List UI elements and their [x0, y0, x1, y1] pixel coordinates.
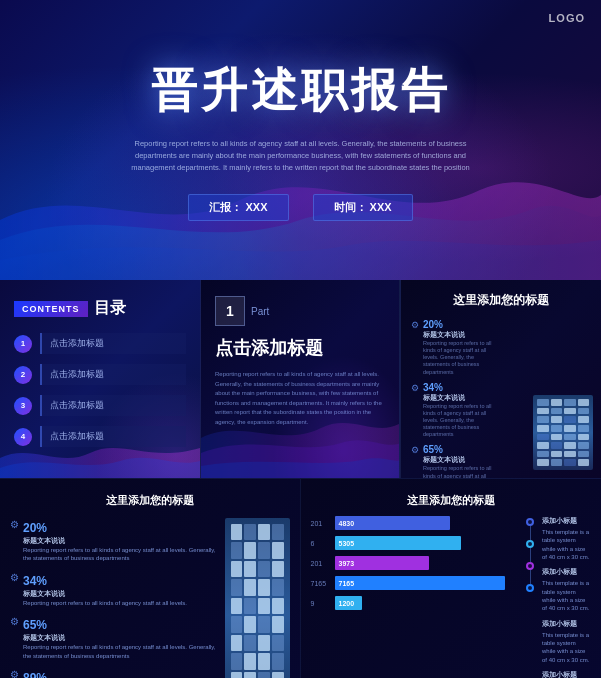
timeline-line: [530, 548, 531, 562]
building-image: [533, 395, 593, 470]
chart-year: 6: [311, 540, 331, 547]
bl-stat-item: ⚙ 89% 标题文本说说 Reporting report refers to …: [10, 668, 217, 678]
stat-icon: ⚙: [411, 383, 419, 393]
chart-bar-value: 7165: [339, 580, 355, 587]
stat-desc: Reporting report refers to all kinds of …: [423, 403, 498, 439]
chart-right-side: 添加小标题 This template is a table system wh…: [526, 516, 591, 678]
stat-item: ⚙ 20% 标题文本说说 Reporting report refers to …: [411, 319, 591, 376]
contents-items: 1 点击添加标题 2 点击添加标题 3 点击添加标题 4 点击添加标题: [0, 329, 200, 451]
legend-item: 添加小标题 This template is a table system wh…: [542, 670, 591, 678]
stat-desc: Reporting report refers to all kinds of …: [423, 340, 498, 376]
br-title: 这里添加您的标题: [311, 493, 592, 508]
chart-bar-container: 3973: [335, 556, 521, 570]
content-text: 点击添加标题: [40, 426, 186, 447]
legend-desc: This template is a table system while wi…: [542, 631, 591, 665]
chart-bar: 7165: [335, 576, 506, 590]
legend-item: 添加小标题 This template is a table system wh…: [542, 516, 591, 561]
chart-year: 201: [311, 520, 331, 527]
timeline-line: [530, 526, 531, 540]
stat-icon: ⚙: [411, 320, 419, 330]
part-badge: 1 Part: [215, 296, 385, 326]
stats-title: 这里添加您的标题: [411, 292, 591, 309]
wave-decoration-top: [0, 100, 601, 280]
stat-label: 标题文本说说: [423, 330, 498, 340]
content-item: 3 点击添加标题: [14, 395, 186, 416]
content-text: 点击添加标题: [40, 364, 186, 385]
content-item: 1 点击添加标题: [14, 333, 186, 354]
stat-percent: 65%: [423, 444, 498, 455]
content-item: 2 点击添加标题: [14, 364, 186, 385]
stat-desc: Reporting report refers to all kinds of …: [423, 465, 498, 478]
bl-stat-label: 标题文本说说: [23, 589, 187, 599]
chart-bar: 1200: [335, 596, 363, 610]
reporter-value: XXX: [245, 201, 267, 213]
bl-stat-num: 65%: [23, 618, 47, 632]
chart-container: 201 4830 6 5305 201 3973: [311, 516, 592, 678]
chart-bar-value: 4830: [339, 520, 355, 527]
chart-bar-container: 5305: [335, 536, 521, 550]
legend-title: 添加小标题: [542, 619, 591, 629]
bl-stat-label: 标题文本说说: [23, 633, 217, 643]
timeline-dot: [526, 518, 534, 526]
timeline-line: [530, 570, 531, 584]
subtitle-text: Reporting report refers to all kinds of …: [131, 138, 471, 174]
chart-bar-container: 1200: [335, 596, 521, 610]
legend-item: 添加小标题 This template is a table system wh…: [542, 619, 591, 664]
legend-title: 添加小标题: [542, 516, 591, 526]
timeline-dot: [526, 540, 534, 548]
slide-bottom-right: 这里添加您的标题 201 4830 6 5305 201: [301, 478, 602, 678]
chart-legends: 添加小标题 This template is a table system wh…: [542, 516, 591, 678]
bl-stat-icon: ⚙: [10, 519, 19, 530]
time-value: XXX: [370, 201, 392, 213]
part-label: Part: [251, 306, 269, 317]
stat-percent: 34%: [423, 382, 498, 393]
bl-stats-col: ⚙ 20% 标题文本说说 Reporting report refers to …: [10, 518, 217, 678]
chart-year: 9: [311, 600, 331, 607]
slide-part: 1 Part 点击添加标题 Reporting report refers to…: [200, 280, 400, 478]
bl-stat-item: ⚙ 20% 标题文本说说 Reporting report refers to …: [10, 518, 217, 563]
main-title: 晋升述职报告: [151, 60, 451, 122]
chart-bar: 4830: [335, 516, 450, 530]
bl-stat-num: 34%: [23, 574, 47, 588]
content-number: 4: [14, 428, 32, 446]
bl-stat-label: 标题文本说说: [23, 536, 217, 546]
chart-row: 201 4830: [311, 516, 521, 530]
logo-text: LOGO: [549, 12, 585, 24]
content-number: 2: [14, 366, 32, 384]
chart-bar-container: 7165: [335, 576, 521, 590]
content-text: 点击添加标题: [40, 395, 186, 416]
chart-bar: 3973: [335, 556, 430, 570]
stat-icon: ⚙: [411, 445, 419, 455]
bl-stat-num: 20%: [23, 521, 47, 535]
chart-bar-value: 5305: [339, 540, 355, 547]
bl-stat-item: ⚙ 34% 标题文本说说 Reporting report refers to …: [10, 571, 217, 607]
legend-item: 添加小标题 This template is a table system wh…: [542, 567, 591, 612]
bl-stat-icon: ⚙: [10, 669, 19, 678]
legend-desc: This template is a table system while wi…: [542, 579, 591, 613]
reporter-label: 汇报：: [209, 201, 242, 213]
bl-stat-desc: Reporting report refers to all kinds of …: [23, 643, 217, 660]
stat-percent: 20%: [423, 319, 498, 330]
chart-bar-value: 3973: [339, 560, 355, 567]
reporter-badge: 汇报： XXX: [188, 194, 288, 221]
content-text: 点击添加标题: [40, 333, 186, 354]
content-number: 1: [14, 335, 32, 353]
bl-stat-desc: Reporting report refers to all kinds of …: [23, 546, 217, 563]
bl-stat-icon: ⚙: [10, 572, 19, 583]
stat-label: 标题文本说说: [423, 393, 498, 403]
legend-title: 添加小标题: [542, 567, 591, 577]
slide-bottom-left: 这里添加您的标题 ⚙ 20% 标题文本说说 Reporting report r…: [0, 478, 301, 678]
part-number: 1: [215, 296, 245, 326]
legend-title: 添加小标题: [542, 670, 591, 678]
chart-row: 7165 7165: [311, 576, 521, 590]
bl-stat-icon: ⚙: [10, 616, 19, 627]
bl-stat-item: ⚙ 65% 标题文本说说 Reporting report refers to …: [10, 615, 217, 660]
timeline-dot: [526, 584, 534, 592]
chart-bars: 201 4830 6 5305 201 3973: [311, 516, 521, 678]
bl-content: ⚙ 20% 标题文本说说 Reporting report refers to …: [10, 518, 290, 678]
contents-label: CONTENTS: [14, 301, 88, 317]
chart-row: 201 3973: [311, 556, 521, 570]
chart-bar: 5305: [335, 536, 461, 550]
contents-header: CONTENTS 目录: [0, 280, 200, 329]
chart-year: 7165: [311, 580, 331, 587]
